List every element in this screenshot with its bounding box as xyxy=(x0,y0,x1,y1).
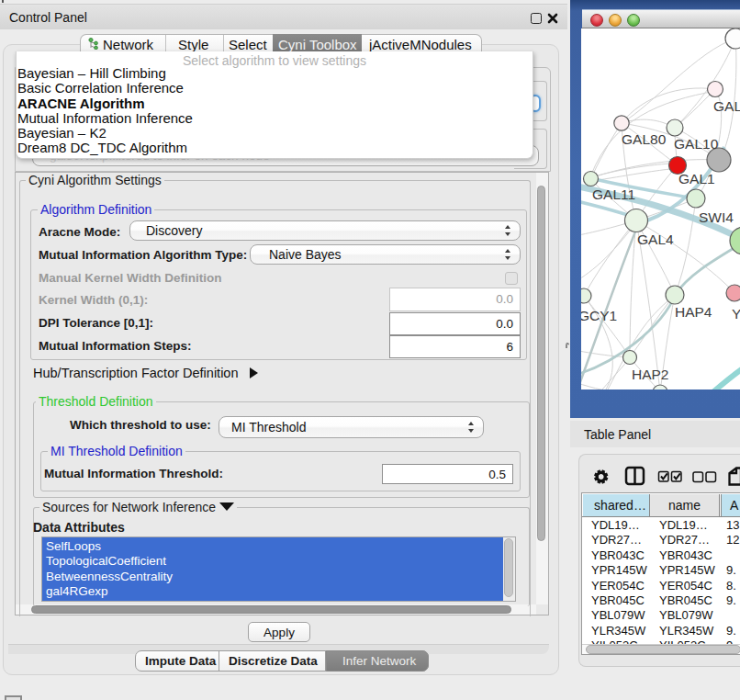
svg-text:GAL7: GAL7 xyxy=(713,98,740,114)
svg-text:GCY1: GCY1 xyxy=(581,308,617,323)
svg-text:GAL1: GAL1 xyxy=(678,171,715,186)
svg-text:GAL4: GAL4 xyxy=(637,231,674,247)
svg-text:GAL80: GAL80 xyxy=(622,131,667,147)
svg-text:GAL11: GAL11 xyxy=(592,186,635,202)
svg-text:GAL10: GAL10 xyxy=(674,136,719,152)
svg-text:HAP4: HAP4 xyxy=(675,304,712,320)
svg-text:SWI4: SWI4 xyxy=(699,209,734,225)
svg-text:HAP2: HAP2 xyxy=(632,367,669,382)
svg-text:YJ: YJ xyxy=(732,306,740,322)
